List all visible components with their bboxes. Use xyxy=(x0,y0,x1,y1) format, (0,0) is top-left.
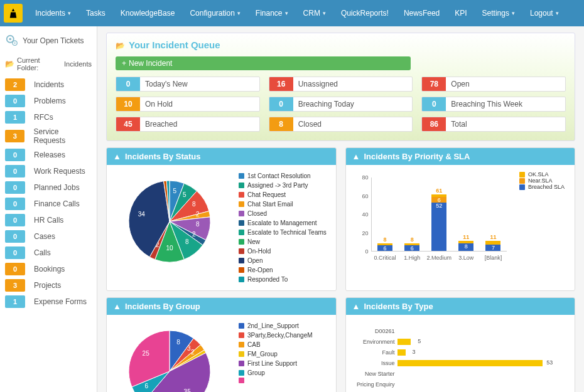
legend-swatch xyxy=(239,342,244,347)
sidebar-item-planned-jobs[interactable]: 0Planned Jobs xyxy=(0,179,97,196)
stat-on-hold[interactable]: 10On Hold xyxy=(116,97,260,112)
stat-breached[interactable]: 45Breached xyxy=(116,117,260,132)
legend-item: 2nd_Line_Support xyxy=(239,321,313,331)
stat-today-s-new[interactable]: 0Today's New xyxy=(116,77,260,92)
stat-count: 16 xyxy=(269,77,293,91)
svg-text:8: 8 xyxy=(176,339,180,346)
sidebar-item-finance-calls[interactable]: 0Finance Calls xyxy=(0,196,97,212)
sidebar-title: Your Open Tickets xyxy=(23,36,84,45)
sidebar-item-incidents[interactable]: 2Incidents xyxy=(0,77,97,93)
legend-item: 1st Contact Resolution xyxy=(239,171,327,181)
sidebar-item-releases[interactable]: 0Releases xyxy=(0,147,97,163)
sidebar-item-label: Cases xyxy=(34,232,55,241)
svg-text:10: 10 xyxy=(166,245,173,252)
svg-text:2: 2 xyxy=(196,211,200,218)
stat-breaching-today[interactable]: 0Breaching Today xyxy=(269,97,413,112)
sidebar-item-label: Planned Jobs xyxy=(34,183,80,192)
legend-item: 3Party,Becky,ChangeM xyxy=(239,331,313,340)
stat-unassigned[interactable]: 16Unassigned xyxy=(269,77,413,92)
svg-text:34: 34 xyxy=(138,211,146,218)
sidebar-item-expense-forms[interactable]: 1Expense Forms xyxy=(0,294,97,310)
nav-kpi[interactable]: KPI xyxy=(448,3,473,24)
nav-newsfeed[interactable]: NewsFeed xyxy=(397,3,446,24)
legend-item: Re-Open xyxy=(239,265,327,275)
stat-closed[interactable]: 8Closed xyxy=(269,117,413,132)
type-hbar-chart: D00261Environment5Fault3Issue53New Start… xyxy=(352,321,569,392)
count-badge: 0 xyxy=(5,181,25,194)
stat-count: 86 xyxy=(422,117,446,131)
stat-count: 78 xyxy=(422,77,446,91)
sidebar-item-label: HR Calls xyxy=(34,216,63,225)
count-badge: 0 xyxy=(5,198,25,210)
nav-crm[interactable]: CRM▾ xyxy=(297,3,332,24)
svg-text:8: 8 xyxy=(185,238,189,245)
stat-breaching-this-week[interactable]: 0Breaching This Week xyxy=(421,97,566,112)
nav-knowledgebase[interactable]: KnowledgeBase xyxy=(114,3,181,24)
stat-total[interactable]: 86Total xyxy=(421,117,566,132)
sidebar-item-problems[interactable]: 0Problems xyxy=(0,93,97,109)
stat-open[interactable]: 78Open xyxy=(421,77,566,92)
svg-text:2: 2 xyxy=(191,349,195,356)
count-badge: 2 xyxy=(5,78,25,91)
chevron-down-icon: ▾ xyxy=(512,10,515,16)
chevron-down-icon: ▾ xyxy=(237,10,241,16)
legend-item: Assigned -> 3rd Party xyxy=(239,181,327,190)
sidebar-item-label: Calls xyxy=(34,248,51,257)
legend-item: New xyxy=(239,237,327,246)
sidebar-item-rfcs[interactable]: 1RFCs xyxy=(0,109,97,125)
status-legend: 1st Contact ResolutionAssigned -> 3rd Pa… xyxy=(239,171,327,284)
stat-count: 0 xyxy=(269,97,293,111)
legend-item: OK.SLA xyxy=(519,171,568,177)
svg-text:8: 8 xyxy=(192,201,196,208)
nav-configuration[interactable]: Configuration▾ xyxy=(183,3,246,24)
svg-text:2: 2 xyxy=(192,231,196,238)
sidebar-item-bookings[interactable]: 0Bookings xyxy=(0,261,97,277)
count-badge: 0 xyxy=(5,95,25,107)
sidebar-item-projects[interactable]: 3Projects xyxy=(0,277,97,294)
sidebar-item-work-requests[interactable]: 0Work Requests xyxy=(0,163,97,179)
legend-item: Escalate to Technical Teams xyxy=(239,228,327,237)
sidebar-item-hr-calls[interactable]: 0HR Calls xyxy=(0,212,97,228)
group-pie-chart: 83235625 xyxy=(113,321,232,392)
sidebar-item-label: RFCs xyxy=(34,113,53,122)
nav-finance[interactable]: Finance▾ xyxy=(249,3,295,24)
legend-swatch xyxy=(239,323,244,329)
new-incident-button[interactable]: + New Incident xyxy=(116,56,411,70)
nav-incidents[interactable]: Incidents▾ xyxy=(29,3,77,24)
queue-title: Your Incident Queue xyxy=(116,40,566,50)
hbar-row: Fault3 xyxy=(397,348,563,357)
count-badge: 1 xyxy=(5,111,25,124)
nav-tasks[interactable]: Tasks xyxy=(80,3,112,24)
hbar-row: New Starter xyxy=(397,369,563,378)
legend-item: Escalate to Management xyxy=(239,218,327,228)
stat-count: 45 xyxy=(116,117,140,131)
svg-text:6: 6 xyxy=(144,383,148,389)
nav-logout[interactable]: Logout▾ xyxy=(524,3,565,24)
nav-quickreports-[interactable]: QuickReports! xyxy=(335,3,395,24)
svg-text:8: 8 xyxy=(196,221,200,228)
group-legend: 2nd_Line_Support3Party,Becky,ChangeMCABF… xyxy=(239,321,313,392)
sidebar-item-label: Work Requests xyxy=(34,167,85,176)
stat-count: 8 xyxy=(269,117,293,131)
panel-type: ▲Incidents By Type D00261Environment5Fau… xyxy=(345,297,576,392)
sidebar-item-calls[interactable]: 0Calls xyxy=(0,245,97,261)
sidebar-item-service-requests[interactable]: 3Service Requests xyxy=(0,125,97,147)
sidebar-item-cases[interactable]: 0Cases xyxy=(0,228,97,245)
legend-item: Open xyxy=(239,256,327,265)
count-badge: 0 xyxy=(5,165,25,177)
legend-swatch xyxy=(239,220,244,226)
app-logo[interactable] xyxy=(4,4,23,23)
folder-icon xyxy=(5,60,14,68)
legend-swatch xyxy=(239,277,244,282)
gear-icon xyxy=(5,34,19,48)
svg-text:5: 5 xyxy=(183,191,187,198)
nav-settings[interactable]: Settings▾ xyxy=(476,3,521,24)
status-pie-chart: 558282810234 xyxy=(113,171,232,272)
legend-swatch xyxy=(239,173,244,179)
stat-count: 0 xyxy=(116,77,140,91)
legend-swatch xyxy=(239,239,244,245)
legend-swatch xyxy=(239,248,244,254)
sidebar-item-label: Releases xyxy=(34,151,65,159)
stat-label: Breaching Today xyxy=(293,97,413,111)
count-badge: 0 xyxy=(5,230,25,243)
